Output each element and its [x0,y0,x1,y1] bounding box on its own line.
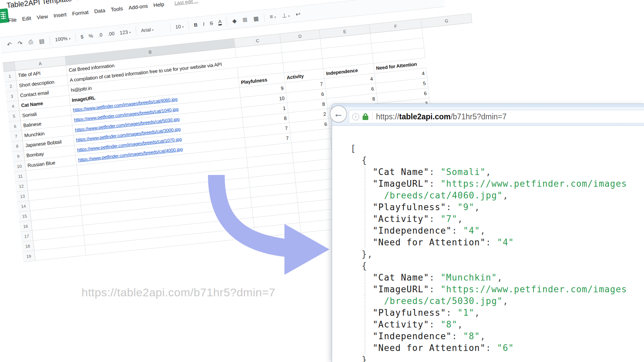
json-line-15: "Playfulness": "1", [332,307,644,319]
secure-lock-icon[interactable] [363,116,368,120]
menu-format[interactable]: Format [72,9,89,17]
json-key: "Playfulness" [373,308,446,318]
row-number-2[interactable]: 2 [5,81,18,92]
menu-add-ons[interactable]: Add-ons [128,3,148,11]
bold-button[interactable]: B [194,22,198,28]
row-number-17[interactable]: 17 [20,231,34,242]
json-punctuation: { [362,155,367,165]
toolbar-divider [49,36,51,45]
row-number-16[interactable]: 16 [19,221,32,232]
toolbar-divider [75,33,76,42]
row-number-14[interactable]: 14 [17,201,30,212]
increase-decimals-button[interactable]: .00 [107,31,115,37]
json-value: "https://www.petfinder.com/images [440,179,627,189]
menu-help[interactable]: Help [153,1,165,8]
zoom-select[interactable]: 100%▾ [55,35,70,42]
url-bar[interactable]: i https://table2api.com/b71hr5?dmin=7 [349,110,644,123]
json-punctuation: : [429,319,441,329]
api-url-watermark: https://table2api.com/b71hr5?dmin=7 [82,286,275,299]
merge-cells-icon[interactable]: ▦ [253,15,259,22]
font-select[interactable]: Arial▾ [141,25,165,33]
text-wrap-icon[interactable]: ↩ [295,10,301,18]
strikethrough-button[interactable]: S [210,20,213,26]
vertical-align-icon[interactable]: ⊥▾ [281,11,290,19]
url-scheme: https:// [376,112,399,121]
json-punctuation: , [474,308,480,318]
json-punctuation: : [429,214,441,224]
text-color-button[interactable]: A [218,19,222,25]
menu-data[interactable]: Data [94,7,105,14]
menu-view[interactable]: View [37,13,48,20]
json-punctuation: : [429,179,441,189]
json-punctuation: : [446,308,458,318]
row-number-9[interactable]: 9 [12,151,25,162]
json-punctuation: : [446,202,458,212]
json-line-16: "Activity": "8", [332,319,644,330]
json-value: "9" [458,202,475,212]
horizontal-align-icon[interactable]: ≡▾ [269,13,276,20]
json-line-1: [ [332,143,644,155]
row-number-12[interactable]: 12 [15,181,28,192]
json-key: "Activity" [373,214,429,224]
row-number-15[interactable]: 15 [18,211,31,222]
json-value: "6" [497,343,514,353]
json-punctuation: , [474,202,480,212]
json-punctuation: , [503,296,508,306]
font-size-select[interactable]: 10▾ [175,23,184,29]
url-path: /b71hr5?dmin=7 [450,112,506,121]
borders-icon[interactable]: ⊞ [242,16,248,23]
redo-icon[interactable]: ↷ [17,40,23,47]
paint-format-icon[interactable]: ▤ [39,37,45,45]
json-punctuation: , [480,331,486,341]
row-number-5[interactable]: 5 [8,111,21,122]
row-number-6[interactable]: 6 [9,121,22,132]
json-punctuation: : [429,167,441,177]
row-number-19[interactable]: 19 [22,251,36,262]
json-value: "8" [440,319,458,329]
json-line-10: }, [332,248,644,260]
url-separator [372,113,373,121]
row-number-13[interactable]: 13 [16,191,29,202]
more-formats-button[interactable]: 123▾ [119,29,131,36]
row-number-7[interactable]: 7 [10,131,23,142]
row-number-18[interactable]: 18 [21,241,35,252]
json-punctuation: , [486,167,491,177]
row-number-10[interactable]: 10 [13,161,26,172]
last-edit-link[interactable]: Last edit ... [174,0,198,6]
json-punctuation: { [362,261,367,271]
json-line-17: "Independence": "8", [332,330,644,342]
format-percent-button[interactable]: % [89,33,94,39]
json-punctuation: : [452,331,463,341]
back-button[interactable]: ← [330,105,347,123]
document-title[interactable]: Table2API Template [6,0,72,10]
toolbar-divider [170,23,171,32]
row-number-1[interactable]: 1 [3,71,16,82]
json-line-19: } [332,354,644,362]
url-text: https://table2api.com/b71hr5?dmin=7 [376,112,506,121]
row-number-11[interactable]: 11 [14,171,27,182]
json-line-13: "ImageURL": "https://www.petfinder.com/i… [332,284,644,295]
row-number-4[interactable]: 4 [7,101,20,112]
menu-file[interactable]: File [8,17,17,24]
chevron-down-icon: ▾ [288,14,290,17]
json-value: "8" [463,331,480,341]
json-punctuation: : [486,343,497,353]
fill-color-icon[interactable]: ◆ [232,17,237,24]
italic-button[interactable]: I [203,21,205,27]
page-info-icon[interactable]: i [352,113,359,120]
undo-icon[interactable]: ↶ [7,41,12,48]
row-number-3[interactable]: 3 [6,91,19,102]
decrease-decimals-button[interactable]: .0 [98,32,103,38]
print-icon[interactable]: ⎙ [28,39,34,46]
json-line-6: "Playfulness": "9", [332,201,644,213]
menu-insert[interactable]: Insert [53,11,67,19]
json-key: "ImageURL" [373,179,429,189]
menu-edit[interactable]: Edit [22,15,31,22]
row-number-8[interactable]: 8 [11,141,24,152]
menu-tools[interactable]: Tools [110,6,123,13]
json-key: "Cat Name" [373,273,429,283]
select-all-corner[interactable] [2,61,15,72]
format-currency-button[interactable]: $ [80,34,84,40]
json-key: "Cat Name" [373,167,429,177]
star-icon[interactable]: ☆ [75,0,82,2]
